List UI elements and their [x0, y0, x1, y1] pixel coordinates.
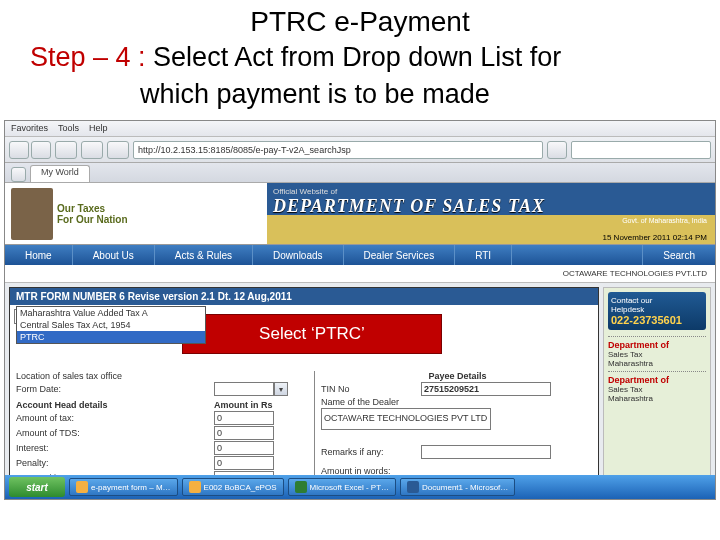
menu-tools[interactable]: Tools — [58, 123, 79, 134]
taskbar-item-3-label: Microsoft Excel - PT… — [310, 483, 390, 492]
form-date-label: Form Date: — [14, 384, 214, 394]
callout-text: Select ‘PTRC’ — [259, 324, 365, 344]
sidebar-link-2-c: Maharashtra — [608, 394, 653, 403]
dealer-label: Name of the Dealer — [321, 397, 421, 407]
helpdesk-phone: 022-23735601 — [611, 314, 703, 326]
contact-label: Contact our — [611, 296, 703, 305]
calendar-icon[interactable]: ▾ — [274, 382, 288, 396]
back-button[interactable] — [9, 141, 29, 159]
govt-label: Govt. of Maharashtra, India — [622, 217, 707, 224]
taskbar-item-2-label: E002 BoBCA_ePOS — [204, 483, 277, 492]
nav-downloads[interactable]: Downloads — [253, 245, 343, 265]
menu-help[interactable]: Help — [89, 123, 108, 134]
helpdesk-box: Contact our Helpdesk 022-23735601 — [608, 292, 706, 330]
site-header: Our Taxes For Our Nation Official Websit… — [5, 183, 715, 245]
nav-acts[interactable]: Acts & Rules — [155, 245, 253, 265]
active-tab[interactable]: My World — [30, 165, 90, 182]
taskbar-item-4-label: Document1 - Microsof… — [422, 483, 508, 492]
tagline-2: For Our Nation — [57, 214, 128, 225]
form-title: MTR FORM NUMBER 6 Revise version 2.1 Dt.… — [10, 288, 598, 305]
tin-label: TIN No — [321, 384, 421, 394]
app-icon — [189, 481, 201, 493]
interest-input[interactable]: 0 — [214, 441, 274, 455]
taskbar-item-2[interactable]: E002 BoBCA_ePOS — [182, 478, 284, 496]
location-label: Location of sales tax office — [14, 371, 214, 381]
go-button[interactable] — [547, 141, 567, 159]
refresh-button[interactable] — [81, 141, 103, 159]
nav-about[interactable]: About Us — [73, 245, 155, 265]
menu-favorites[interactable]: Favorites — [11, 123, 48, 134]
dept-name: DEPARTMENT OF SALES TAX — [273, 196, 709, 217]
app-icon — [407, 481, 419, 493]
main-nav: Home About Us Acts & Rules Downloads Dea… — [5, 245, 715, 265]
amount-tds-label: Amount of TDS: — [14, 428, 214, 438]
mtr-form: MTR FORM NUMBER 6 Revise version 2.1 Dt.… — [9, 287, 599, 495]
amount-rs-label: Amount in Rs — [214, 400, 273, 410]
remarks-input[interactable] — [421, 445, 551, 459]
header-datetime: 15 November 2011 02:14 PM — [602, 233, 707, 242]
taskbar-item-1-label: e-payment form – M… — [91, 483, 171, 492]
taskbar-item-1[interactable]: e-payment form – M… — [69, 478, 178, 496]
sidebar: Contact our Helpdesk 022-23735601 Depart… — [603, 287, 711, 495]
remarks-label: Remarks if any: — [321, 447, 421, 457]
app-icon — [76, 481, 88, 493]
sidebar-link-1-c: Maharashtra — [608, 359, 653, 368]
sidebar-link-2-b: Sales Tax — [608, 385, 643, 394]
portrait-icon — [11, 188, 53, 240]
penalty-label: Penalty: — [14, 458, 214, 468]
forward-button[interactable] — [31, 141, 51, 159]
nav-dealer[interactable]: Dealer Services — [344, 245, 456, 265]
taskbar: start e-payment form – M… E002 BoBCA_ePO… — [5, 475, 715, 499]
tab-strip: My World — [5, 163, 715, 183]
tagline-1: Our Taxes — [57, 203, 128, 214]
sidebar-link-1[interactable]: Department of Sales Tax Maharashtra — [608, 336, 706, 368]
sidebar-link-1-b: Sales Tax — [608, 350, 643, 359]
menu-bar: Favorites Tools Help — [5, 121, 715, 137]
nav-home[interactable]: Home — [5, 245, 73, 265]
amount-tax-label: Amount of tax: — [14, 413, 214, 423]
step-label: Step – 4 : — [30, 42, 146, 72]
amount-tds-input[interactable]: 0 — [214, 426, 274, 440]
payee-details-label: Payee Details — [321, 371, 594, 381]
favorites-icon[interactable] — [11, 167, 26, 182]
form-date-input[interactable] — [214, 382, 274, 396]
home-button[interactable] — [107, 141, 129, 159]
dealer-value: OCTAWARE TECHNOLOGIES PVT LTD — [321, 408, 491, 430]
browser-search[interactable] — [571, 141, 711, 159]
taskbar-item-4[interactable]: Document1 - Microsof… — [400, 478, 515, 496]
interest-label: Interest: — [14, 443, 214, 453]
login-info: OCTAWARE TECHNOLOGIES PVT.LTD — [5, 265, 715, 283]
tin-value: 27515209521 — [421, 382, 551, 396]
act-option-ptrc[interactable]: PTRC — [17, 331, 205, 343]
official-label: Official Website of — [273, 187, 709, 196]
helpdesk-label: Helpdesk — [611, 305, 703, 314]
account-head-label: Account Head details — [14, 400, 214, 410]
start-button[interactable]: start — [9, 477, 65, 497]
step-instruction-1: Select Act from Drop down List for — [146, 42, 562, 72]
page-title: PTRC e-Payment — [40, 6, 680, 38]
callout-select-ptrc: Select ‘PTRC’ — [182, 314, 442, 354]
sidebar-link-1-title: Department of — [608, 340, 669, 350]
nav-rti[interactable]: RTI — [455, 245, 512, 265]
browser-screenshot: Favorites Tools Help http://10.2.153.15:… — [4, 120, 716, 500]
stop-button[interactable] — [55, 141, 77, 159]
url-field[interactable]: http://10.2.153.15:8185/8085/e-pay-T-v2A… — [133, 141, 543, 159]
taskbar-item-3[interactable]: Microsoft Excel - PT… — [288, 478, 397, 496]
sidebar-link-2-title: Department of — [608, 375, 669, 385]
act-option-1[interactable]: Maharashtra Value Added Tax A — [17, 307, 205, 319]
address-bar: http://10.2.153.15:8185/8085/e-pay-T-v2A… — [5, 137, 715, 163]
sidebar-link-2[interactable]: Department of Sales Tax Maharashtra — [608, 371, 706, 403]
step-instruction-2: which payment is to be made — [0, 79, 720, 120]
act-option-2[interactable]: Central Sales Tax Act, 1954 — [17, 319, 205, 331]
app-icon — [295, 481, 307, 493]
nav-search[interactable]: Search — [642, 245, 715, 265]
step-line: Step – 4 : Select Act from Drop down Lis… — [0, 42, 720, 79]
amount-tax-input[interactable]: 0 — [214, 411, 274, 425]
penalty-input[interactable]: 0 — [214, 456, 274, 470]
